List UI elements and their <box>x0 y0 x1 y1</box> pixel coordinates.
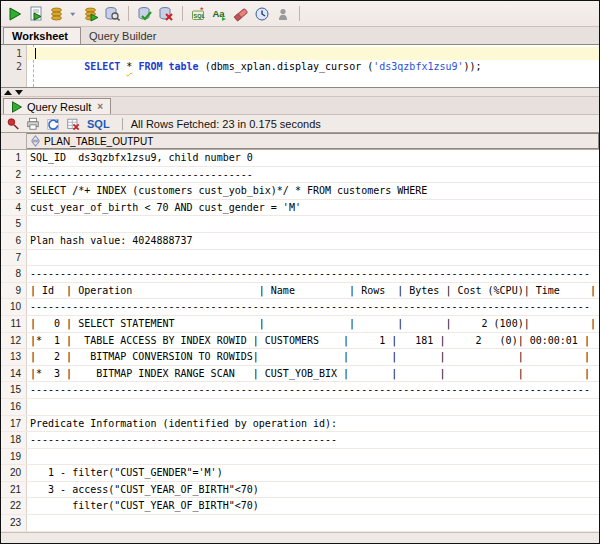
grid-header-row: PLAN_TABLE_OUTPUT <box>1 133 599 150</box>
plan-table-output-cell[interactable]: Plan hash value: 4024888737 <box>27 233 599 249</box>
plan-table-output-cell[interactable]: SELECT /*+ INDEX (customers cust_yob_bix… <box>27 183 599 199</box>
sql-tuning-advisor-icon[interactable] <box>103 5 121 23</box>
plan-table-row[interactable]: 2------------------------------------- <box>1 167 599 184</box>
plan-table-row[interactable]: 22 filter("CUST_YEAR_OF_BIRTH"<70) <box>1 498 599 515</box>
plan-table-output-cell[interactable]: ----------------------------------------… <box>27 382 599 398</box>
plan-table-row[interactable]: 9| Id | Operation | Name | Rows | Bytes … <box>1 283 599 300</box>
code-line-2[interactable] <box>27 60 599 73</box>
plan-table-row[interactable]: 4cust_year_of_birth < 70 AND cust_gender… <box>1 200 599 217</box>
row-number: 23 <box>1 515 27 531</box>
plan-table-row[interactable]: 10--------------------------------------… <box>1 299 599 316</box>
plan-table-row[interactable]: 21 3 - access("CUST_YEAR_OF_BIRTH"<70) <box>1 482 599 499</box>
sql-link[interactable]: SQL <box>87 118 110 130</box>
plan-table-output-cell[interactable]: 3 - access("CUST_YEAR_OF_BIRTH"<70) <box>27 482 599 498</box>
code-line-1[interactable]: SELECT * FROM table (dbms_xplan.display_… <box>27 47 599 60</box>
worksheet-tabstrip: Worksheet Query Builder <box>1 27 599 45</box>
row-number: 12 <box>1 333 27 349</box>
plan-table-row[interactable]: 13| 2 | BITMAP CONVERSION TO ROWIDS| | |… <box>1 349 599 366</box>
plan-table-output-cell[interactable]: | 0 | SELECT STATEMENT | | | | 2 (100)| … <box>27 316 599 332</box>
plan-table-row[interactable]: 5 <box>1 216 599 233</box>
unshared-worksheet-icon[interactable]: SQL* <box>190 5 208 23</box>
run-statement-icon[interactable] <box>6 5 24 23</box>
query-result-play-icon <box>11 101 23 113</box>
run-script-icon[interactable] <box>27 5 45 23</box>
plan-table-row[interactable]: 1SQL_ID ds3qzbfx1zsu9, child number 0 <box>1 150 599 167</box>
close-tab-icon[interactable]: × <box>97 101 103 112</box>
pin-icon[interactable] <box>5 116 21 132</box>
splitter-collapse-down-icon[interactable] <box>15 90 23 95</box>
row-number: 9 <box>1 283 27 299</box>
plan-table-output-cell[interactable] <box>27 449 599 465</box>
plan-table-output-cell[interactable]: |* 1 | TABLE ACCESS BY INDEX ROWID | CUS… <box>27 333 599 349</box>
plan-table-row[interactable]: 17Predicate Information (identified by o… <box>1 416 599 433</box>
plan-table-output-cell[interactable] <box>27 216 599 232</box>
tab-worksheet[interactable]: Worksheet <box>3 27 81 44</box>
sql-editor[interactable]: 12 SELECT * FROM table (dbms_xplan.displ… <box>1 45 599 88</box>
autotrace-dropdown-icon[interactable] <box>69 5 79 23</box>
editor-line-number: 2 <box>1 60 22 73</box>
clear-icon[interactable] <box>232 5 250 23</box>
worksheet-toolbar: SQL*Aa <box>1 1 599 27</box>
query-result-tab-label: Query Result <box>27 101 91 113</box>
autotrace-icon[interactable] <box>48 5 66 23</box>
row-number: 16 <box>1 399 27 415</box>
toolbar-separator <box>182 6 183 21</box>
toolbar-separator <box>299 6 300 21</box>
plan-table-output-cell[interactable]: | Id | Operation | Name | Rows | Bytes |… <box>27 283 599 299</box>
plan-table-output-cell[interactable]: ----------------------------------------… <box>27 299 599 315</box>
plan-table-output-cell[interactable]: |* 3 | BITMAP INDEX RANGE SCAN | CUST_YO… <box>27 366 599 382</box>
plan-table-output-cell[interactable]: ------------------------------------- <box>27 167 599 183</box>
query-result-grid: PLAN_TABLE_OUTPUT 1SQL_ID ds3qzbfx1zsu9,… <box>1 133 599 543</box>
sql-history-icon[interactable] <box>253 5 271 23</box>
plan-table-output-cell[interactable]: SQL_ID ds3qzbfx1zsu9, child number 0 <box>27 150 599 166</box>
row-number: 15 <box>1 382 27 398</box>
rollback-icon[interactable] <box>157 5 175 23</box>
plan-table-row[interactable]: 14|* 3 | BITMAP INDEX RANGE SCAN | CUST_… <box>1 366 599 383</box>
plan-table-row[interactable]: 11| 0 | SELECT STATEMENT | | | | 2 (100)… <box>1 316 599 333</box>
plan-table-row[interactable]: 3SELECT /*+ INDEX (customers cust_yob_bi… <box>1 183 599 200</box>
plan-table-row[interactable]: 18--------------------------------------… <box>1 432 599 449</box>
plan-table-row[interactable]: 23 <box>1 515 599 532</box>
plan-table-row[interactable]: 15--------------------------------------… <box>1 382 599 399</box>
plan-table-row[interactable]: 6Plan hash value: 4024888737 <box>1 233 599 250</box>
change-case-icon[interactable]: Aa <box>211 5 229 23</box>
plan-table-output-cell[interactable]: ----------------------------------------… <box>27 266 599 282</box>
refresh-icon[interactable] <box>45 116 61 132</box>
editor-code-area[interactable]: SELECT * FROM table (dbms_xplan.display_… <box>27 45 599 87</box>
plan-table-output-cell[interactable]: cust_year_of_birth < 70 AND cust_gender … <box>27 200 599 216</box>
plan-table-output-cell[interactable]: 1 - filter("CUST_GENDER"='M') <box>27 465 599 481</box>
result-tabstrip: Query Result × <box>1 97 599 114</box>
tab-query-result[interactable]: Query Result × <box>3 98 111 114</box>
plan-table-row[interactable]: 16 <box>1 399 599 416</box>
fetch-status-text: All Rows Fetched: 23 in 0.175 seconds <box>131 118 321 130</box>
plan-table-output-cell[interactable]: filter("CUST_YEAR_OF_BIRTH"<70) <box>27 498 599 514</box>
plan-table-row[interactable]: 7 <box>1 250 599 267</box>
plan-table-row[interactable]: 12|* 1 | TABLE ACCESS BY INDEX ROWID | C… <box>1 333 599 350</box>
plan-table-row[interactable]: 8---------------------------------------… <box>1 266 599 283</box>
plan-table-output-cell[interactable]: Predicate Information (identified by ope… <box>27 416 599 432</box>
plan-table-output-cell[interactable] <box>27 515 599 531</box>
pane-splitter[interactable] <box>1 88 599 97</box>
plan-table-row[interactable]: 20 1 - filter("CUST_GENDER"='M') <box>1 465 599 482</box>
row-number: 4 <box>1 200 27 216</box>
plan-table-row[interactable]: 19 <box>1 449 599 466</box>
tab-query-builder[interactable]: Query Builder <box>81 27 168 44</box>
plan-table-output-cell[interactable] <box>27 250 599 266</box>
row-number: 17 <box>1 416 27 432</box>
clear-grid-icon[interactable] <box>65 116 81 132</box>
grid-corner-cell[interactable] <box>1 133 27 149</box>
misc-tool-icon[interactable] <box>274 5 292 23</box>
horizontal-scrollbar-track[interactable] <box>1 532 599 543</box>
row-number: 20 <box>1 465 27 481</box>
print-icon[interactable] <box>25 116 41 132</box>
splitter-collapse-up-icon[interactable] <box>4 90 12 95</box>
plan-table-output-cell[interactable]: ----------------------------------------… <box>27 432 599 448</box>
commit-icon[interactable] <box>136 5 154 23</box>
explain-plan-icon[interactable] <box>82 5 100 23</box>
plan-table-output-cell[interactable] <box>27 399 599 415</box>
plan-table-output-cell[interactable]: | 2 | BITMAP CONVERSION TO ROWIDS| | | |… <box>27 349 599 365</box>
row-number: 10 <box>1 299 27 315</box>
column-header-plan-table-output[interactable]: PLAN_TABLE_OUTPUT <box>27 133 599 149</box>
row-number: 19 <box>1 449 27 465</box>
result-toolbar-icons <box>5 116 81 132</box>
